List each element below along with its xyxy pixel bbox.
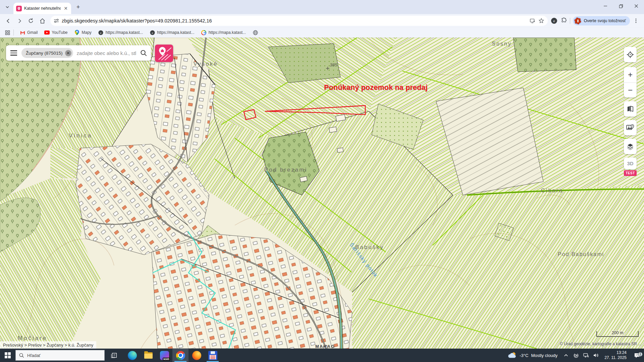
notification-count-badge: 1 [638, 352, 643, 357]
test-badge: TEST [624, 170, 637, 176]
zoom-out-button[interactable]: − [624, 82, 637, 98]
map-viewport[interactable]: Vysoké Sosny 385 Vinica Pod brezami Babu… [0, 38, 644, 349]
taskbar-edge[interactable] [124, 349, 140, 362]
apps-grid-icon[interactable] [5, 30, 10, 35]
maps-pin-icon [74, 30, 80, 35]
url-text[interactable]: zbgis.skgeodesy.sk/mapka/sk/kataster?pos… [62, 18, 527, 23]
floppy-app-icon [208, 351, 217, 360]
gmail-icon [20, 30, 25, 35]
notification-center-button[interactable]: 1 [630, 353, 644, 358]
back-button[interactable] [3, 15, 13, 26]
e-circle-icon: e [98, 30, 104, 35]
bookmarks-bar: Gmail YouTube Mapy e https://mapa.katast… [0, 27, 644, 38]
meet-now-icon[interactable] [571, 353, 581, 358]
svg-text:e: e [100, 31, 102, 34]
threed-button[interactable]: 3D [624, 158, 637, 169]
mapka-logo[interactable] [155, 45, 173, 62]
restore-button[interactable] [613, 0, 629, 12]
clock-date: 27. 11. 2025 [604, 355, 627, 360]
bookmark-katast-3[interactable]: https://mapa.katast... [199, 29, 249, 36]
address-bar[interactable]: zbgis.skgeodesy.sk/mapka/sk/kataster?pos… [50, 16, 548, 26]
bookmark-katast-1[interactable]: e https://mapa.katast... [96, 29, 146, 36]
taskbar-file-explorer[interactable] [140, 349, 156, 362]
new-tab-button[interactable]: + [74, 3, 83, 11]
chrome-icon [176, 351, 185, 360]
search-chip-zupcany[interactable]: Župčany (875015) ✕ [21, 48, 73, 58]
windows-taskbar: Hľadať M365 -3°C Mostly cloudy [0, 349, 644, 362]
start-button[interactable] [0, 349, 15, 362]
forward-button[interactable] [14, 15, 25, 26]
taskbar-search-placeholder: Hľadať [27, 353, 41, 358]
tray-chevron-icon[interactable] [561, 353, 571, 358]
system-tray: -3°C Mostly cloudy 13:24 27. 11. 2025 1 [504, 349, 644, 362]
tab-title: Kataster nehnuteľností | MAPKA [24, 6, 61, 11]
label-sosny: Sosny [492, 41, 512, 47]
taskbar-clock[interactable]: 13:24 27. 11. 2025 [601, 350, 630, 360]
chip-remove-icon[interactable]: ✕ [65, 50, 71, 56]
taskbar-chrome[interactable] [172, 349, 189, 362]
locate-button[interactable] [624, 47, 637, 62]
layers-button[interactable] [624, 139, 637, 154]
bookmark-globe[interactable] [250, 29, 263, 36]
toolbar-separator [570, 18, 570, 24]
site-settings-tune-icon[interactable] [54, 18, 59, 23]
windows-logo-icon [5, 352, 11, 358]
zoom-in-button[interactable]: + [624, 67, 637, 82]
taskbar-m365[interactable]: M365 [156, 349, 172, 362]
reload-button[interactable] [25, 15, 36, 26]
label-vinica: Vinica [69, 132, 92, 139]
profile-verify-button[interactable]: Overte svoju totožnosť [573, 16, 630, 25]
home-button[interactable] [37, 15, 48, 26]
threed-label: 3D [627, 161, 633, 166]
bookmark-gmail[interactable]: Gmail [17, 29, 40, 36]
map-canvas[interactable]: Vysoké Sosny 385 Vinica Pod brezami Babu… [0, 38, 644, 349]
taskbar-weather[interactable]: -3°C Mostly cloudy [504, 352, 561, 359]
taskbar-floppy-app[interactable] [205, 349, 221, 362]
install-app-icon[interactable] [530, 18, 536, 24]
minimize-button[interactable] [598, 0, 613, 12]
svg-text:e: e [553, 19, 555, 23]
volume-icon[interactable] [591, 353, 601, 358]
taskbar-search[interactable]: Hľadať [15, 350, 105, 361]
taskbar-search-icon [19, 353, 24, 358]
taskbar-firefox[interactable] [189, 349, 205, 362]
tab-close-icon[interactable]: ✕ [63, 6, 68, 11]
photo-map-button[interactable]: G [624, 120, 637, 135]
weather-temp: -3°C [520, 353, 528, 358]
extension-e-icon[interactable]: e [550, 17, 558, 24]
youtube-icon [44, 30, 50, 35]
label-pod-brezami: Pod brezami [264, 167, 307, 173]
e-circle-icon: e [150, 30, 155, 35]
bookmark-mapy[interactable]: Mapy [72, 29, 94, 36]
task-view-button[interactable] [105, 349, 124, 362]
close-window-button[interactable] [629, 0, 644, 12]
browser-toolbar: zbgis.skgeodesy.sk/mapka/sk/kataster?pos… [0, 14, 644, 27]
map-search-bar[interactable]: Župčany (875015) ✕ zadajte obec alebo k.… [6, 45, 151, 61]
browser-tab[interactable]: Kataster nehnuteľností | MAPKA ✕ [13, 3, 71, 14]
google-g-icon [201, 30, 207, 35]
label-cikora: Cikora [541, 187, 563, 194]
search-icon[interactable] [136, 50, 151, 57]
bookmark-youtube[interactable]: YouTube [42, 29, 70, 36]
profile-avatar [574, 17, 581, 24]
label-mociare: Močiare [18, 335, 47, 341]
bookmark-star-icon[interactable] [538, 18, 544, 24]
label-pod-babuskami: Pod Babuškami [558, 251, 604, 257]
menu-hamburger-icon[interactable] [6, 50, 21, 56]
firefox-icon [192, 351, 201, 360]
network-icon[interactable] [581, 353, 591, 358]
scale-label: 200 m [610, 330, 625, 336]
svg-text:G: G [628, 125, 630, 127]
label-vysoke: Vysoké [193, 61, 218, 67]
tab-search-chevron-icon[interactable] [3, 2, 12, 12]
bookmark-katast-2[interactable]: e https://mapa.katast... [147, 29, 197, 36]
search-input[interactable]: zadajte obec alebo k.ú., stla [77, 50, 136, 56]
profile-verify-label: Overte svoju totožnosť [584, 18, 626, 23]
svg-text:e: e [152, 31, 153, 34]
split-view-button[interactable] [624, 101, 637, 117]
scale-bar: 200 m [596, 331, 639, 337]
zoom-controls: + − [624, 67, 637, 98]
extensions-puzzle-icon[interactable] [560, 17, 567, 24]
map-copyright: © Úrad geodézie, kartografie a katastra … [560, 342, 641, 346]
browser-menu-icon[interactable] [631, 15, 641, 26]
